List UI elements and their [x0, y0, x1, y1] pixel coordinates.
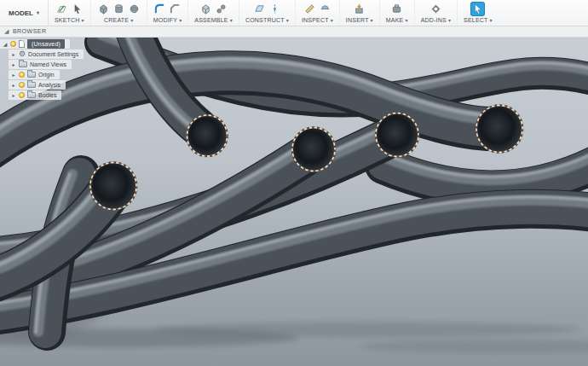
make-icon[interactable] — [390, 3, 403, 15]
folder-icon — [27, 92, 36, 98]
browser-item-document-settings[interactable]: ▸ ⚙ Document Settings — [9, 49, 84, 59]
insert-menu[interactable]: INSERT ▾ — [346, 17, 373, 23]
browser-root-row[interactable]: ◢ (Unsaved) — [0, 39, 70, 49]
expander-icon[interactable]: ▸ — [11, 62, 16, 67]
browser-item-named-views[interactable]: ▸ Named Views — [9, 60, 72, 69]
toolbar-group-construct: CONSTRUCT ▾ — [239, 0, 295, 26]
section-analysis-icon[interactable] — [319, 3, 331, 15]
toolbar-group-sketch: SKETCH ▾ — [49, 0, 90, 26]
joint-icon[interactable] — [215, 3, 228, 15]
toolbar-group-insert: INSERT ▾ — [339, 0, 379, 26]
browser-item-label: Named Views — [30, 61, 66, 67]
toolbar-group-addins: ADD-INS ▾ — [414, 0, 457, 26]
chevron-down-icon: ▾ — [371, 18, 373, 23]
addins-icon[interactable] — [429, 3, 442, 15]
visibility-bulb-icon[interactable] — [19, 82, 25, 88]
viewport[interactable] — [0, 38, 588, 366]
construction-plane-icon[interactable] — [253, 3, 266, 15]
expander-icon[interactable]: ▸ — [11, 73, 16, 78]
visibility-bulb-icon[interactable] — [10, 41, 16, 47]
sketch-menu[interactable]: SKETCH ▾ — [55, 17, 84, 23]
chevron-down-icon: ▾ — [82, 18, 84, 23]
select-menu[interactable]: SELECT ▾ — [464, 17, 493, 23]
chamfer-icon[interactable] — [169, 3, 182, 15]
chevron-down-icon: ▾ — [230, 18, 233, 23]
chevron-down-icon: ▾ — [331, 18, 333, 23]
insert-icon[interactable] — [353, 3, 366, 15]
visibility-bulb-icon[interactable] — [19, 72, 25, 78]
chevron-down-icon: ▾ — [405, 18, 407, 23]
browser-item-analysis[interactable]: ▸ Analysis — [9, 80, 66, 90]
toolbar-group-create: CREATE ▾ — [90, 0, 147, 26]
toolbar-group-select: SELECT ▾ — [457, 0, 499, 26]
assemble-menu[interactable]: ASSEMBLE ▾ — [194, 17, 233, 23]
browser-item-label: Document Settings — [28, 51, 78, 57]
tube-right-mid[interactable] — [383, 152, 588, 189]
browser-tree: ◢ (Unsaved) ▸ ⚙ Document Settings ▸ Name… — [0, 39, 84, 100]
sphere-primitive-icon[interactable] — [128, 3, 141, 15]
workspace-label: MODEL — [9, 9, 33, 17]
folder-icon — [19, 61, 27, 67]
viewport-canvas[interactable] — [0, 38, 588, 366]
toolbar-group-make: MAKE ▾ — [379, 0, 414, 26]
chevron-down-icon: ▾ — [37, 10, 39, 15]
toolbar-group-modify: MODIFY ▾ — [147, 0, 188, 26]
addins-menu[interactable]: ADD-INS ▾ — [421, 17, 451, 23]
measure-icon[interactable] — [303, 3, 316, 15]
toolbar-group-inspect: INSPECT ▾ — [295, 0, 339, 26]
fusion-window: MODEL ▾ SKETCH ▾ — [0, 0, 588, 366]
inspect-menu[interactable]: INSPECT ▾ — [302, 17, 333, 23]
workspace-switcher[interactable]: MODEL ▾ — [0, 0, 49, 26]
toolbar-group-assemble: ASSEMBLE ▾ — [187, 0, 239, 26]
chevron-down-icon: ▾ — [448, 18, 451, 23]
browser-item-origin[interactable]: ▸ Origin — [9, 70, 60, 79]
create-menu[interactable]: CREATE ▾ — [104, 17, 133, 23]
expander-icon[interactable]: ▸ — [11, 52, 16, 57]
browser-item-label: Bodies — [38, 92, 56, 98]
new-component-icon[interactable] — [199, 3, 212, 15]
chevron-down-icon: ▾ — [130, 18, 133, 23]
browser-panel-title: BROWSER — [13, 28, 47, 34]
expander-icon[interactable]: ▸ — [11, 93, 16, 98]
browser-item-label: Analysis — [38, 82, 61, 88]
browser-panel-header[interactable]: ◢ BROWSER — [0, 26, 588, 38]
visibility-bulb-icon[interactable] — [19, 92, 25, 98]
chevron-down-icon: ▾ — [286, 18, 289, 23]
panel-corner-icon: ◢ — [4, 28, 9, 34]
fillet-icon[interactable] — [153, 3, 166, 15]
make-menu[interactable]: MAKE ▾ — [386, 17, 408, 23]
create-sketch-icon[interactable] — [55, 3, 68, 15]
construction-axis-icon[interactable] — [268, 3, 281, 15]
chevron-down-icon: ▾ — [490, 18, 493, 23]
main-toolbar: MODEL ▾ SKETCH ▾ — [0, 0, 588, 26]
box-primitive-icon[interactable] — [97, 3, 110, 15]
expander-icon[interactable]: ◢ — [3, 42, 8, 47]
document-icon — [19, 40, 25, 48]
document-title[interactable]: (Unsaved) — [27, 39, 65, 49]
chevron-down-icon: ▾ — [179, 18, 182, 23]
construct-menu[interactable]: CONSTRUCT ▾ — [245, 17, 289, 23]
folder-icon — [27, 82, 36, 88]
select-cursor-icon[interactable] — [471, 3, 484, 15]
expander-icon[interactable]: ▸ — [11, 83, 16, 88]
browser-item-label: Origin — [38, 72, 55, 78]
browser-item-bodies[interactable]: ▸ Bodies — [9, 90, 61, 100]
gear-icon: ⚙ — [19, 50, 26, 58]
modify-menu[interactable]: MODIFY ▾ — [153, 17, 182, 23]
cylinder-primitive-icon[interactable] — [112, 3, 125, 15]
folder-icon — [27, 72, 36, 78]
pointer-icon[interactable] — [71, 3, 84, 15]
